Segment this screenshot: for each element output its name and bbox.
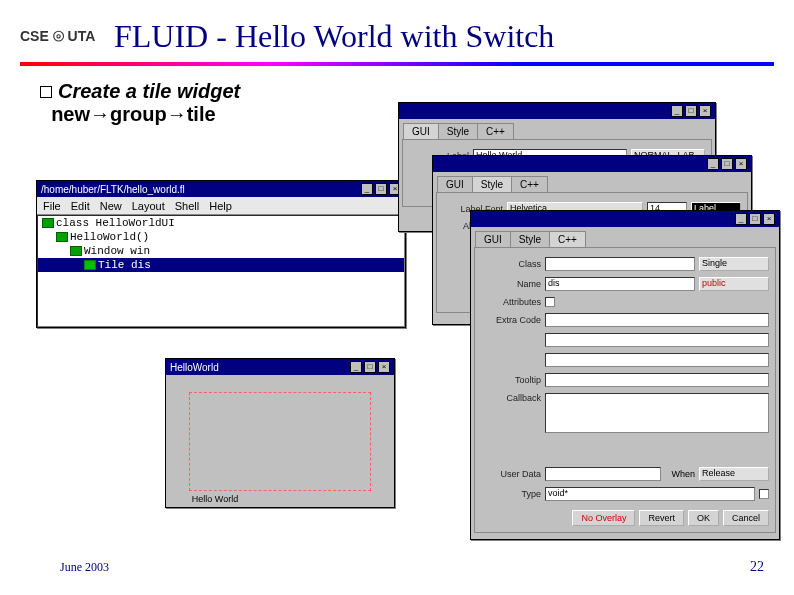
scope-drop[interactable]: public xyxy=(699,277,769,291)
close-button[interactable]: × xyxy=(378,361,390,373)
when-drop[interactable]: Release xyxy=(699,467,769,481)
revert-button[interactable]: Revert xyxy=(639,510,684,526)
preview-titlebar[interactable]: HelloWorld _ □ × xyxy=(166,359,394,375)
footer-date: June 2003 xyxy=(60,560,109,575)
tab-gui[interactable]: GUI xyxy=(437,176,473,192)
tree-row[interactable]: class HelloWorldUI xyxy=(38,216,404,230)
slide-title: FLUID - Hello World with Switch xyxy=(114,18,554,55)
extra-input-3[interactable] xyxy=(545,353,769,367)
minimize-button[interactable]: _ xyxy=(361,183,373,195)
tree-row[interactable]: Window win xyxy=(38,244,404,258)
tree-row[interactable]: HelloWorld() xyxy=(38,230,404,244)
extra-input-2[interactable] xyxy=(545,333,769,347)
tab-style[interactable]: Style xyxy=(472,176,512,192)
close-button[interactable]: × xyxy=(699,105,711,117)
tree-titlebar[interactable]: /home/huber/FLTK/hello_world.fl _ □ × xyxy=(37,181,405,197)
attr-checkbox[interactable] xyxy=(545,297,555,307)
logo: CSE ⦾ UTA xyxy=(20,28,95,45)
tabs: GUI Style C++ xyxy=(433,172,751,192)
tree-menubar[interactable]: File Edit New Layout Shell Help xyxy=(37,197,405,215)
cancel-button[interactable]: Cancel xyxy=(723,510,769,526)
minimize-button[interactable]: _ xyxy=(735,213,747,225)
prop-titlebar[interactable]: _□× xyxy=(433,156,751,172)
minimize-button[interactable]: _ xyxy=(671,105,683,117)
prop-titlebar[interactable]: _□× xyxy=(471,211,779,227)
name-input[interactable]: dis xyxy=(545,277,695,291)
divider xyxy=(20,62,774,66)
maximize-button[interactable]: □ xyxy=(375,183,387,195)
class-input[interactable] xyxy=(545,257,695,271)
tooltip-label: Tooltip xyxy=(481,375,541,385)
class-label: Class xyxy=(481,259,541,269)
tooltip-input[interactable] xyxy=(545,373,769,387)
maximize-button[interactable]: □ xyxy=(749,213,761,225)
menu-help[interactable]: Help xyxy=(209,200,232,212)
folder-icon xyxy=(42,218,54,228)
preview-body: Hello World xyxy=(166,375,394,507)
maximize-button[interactable]: □ xyxy=(721,158,733,170)
close-button[interactable]: × xyxy=(735,158,747,170)
preview-tile[interactable]: Hello World xyxy=(189,392,371,491)
tab-gui[interactable]: GUI xyxy=(475,231,511,247)
extra-input-1[interactable] xyxy=(545,313,769,327)
preview-label: Hello World xyxy=(192,494,238,504)
tabs: GUI Style C++ xyxy=(399,119,715,139)
when-label: When xyxy=(665,469,695,479)
preview-title: HelloWorld xyxy=(170,362,219,373)
preview-window[interactable]: HelloWorld _ □ × Hello World xyxy=(165,358,395,508)
property-window-cpp[interactable]: _□× GUI Style C++ ClassSingle Namedispub… xyxy=(470,210,780,540)
folder-icon xyxy=(70,246,82,256)
type-input[interactable]: void* xyxy=(545,487,755,501)
menu-edit[interactable]: Edit xyxy=(71,200,90,212)
userdata-input[interactable] xyxy=(545,467,661,481)
minimize-button[interactable]: _ xyxy=(707,158,719,170)
maximize-button[interactable]: □ xyxy=(685,105,697,117)
folder-icon xyxy=(56,232,68,242)
tab-cpp[interactable]: C++ xyxy=(549,231,586,247)
file-icon xyxy=(84,260,96,270)
callback-label: Callback xyxy=(481,393,541,403)
name-label: Name xyxy=(481,279,541,289)
userdata-label: User Data xyxy=(481,469,541,479)
extra-label: Extra Code xyxy=(481,315,541,325)
fluid-tree-window[interactable]: /home/huber/FLTK/hello_world.fl _ □ × Fi… xyxy=(36,180,406,328)
bullet: Create a tile widget new→group→tile xyxy=(40,80,240,126)
footer-page: 22 xyxy=(750,559,764,575)
type-label: Type xyxy=(481,489,541,499)
tab-cpp[interactable]: C++ xyxy=(477,123,514,139)
bullet-box-icon xyxy=(40,86,52,98)
panel: ClassSingle Namedispublic Attributes Ext… xyxy=(474,247,776,533)
menu-shell[interactable]: Shell xyxy=(175,200,199,212)
maximize-button[interactable]: □ xyxy=(364,361,376,373)
tab-style[interactable]: Style xyxy=(510,231,550,247)
prop-titlebar[interactable]: _□× xyxy=(399,103,715,119)
minimize-button[interactable]: _ xyxy=(350,361,362,373)
menu-layout[interactable]: Layout xyxy=(132,200,165,212)
ok-button[interactable]: OK xyxy=(688,510,719,526)
tree-title: /home/huber/FLTK/hello_world.fl xyxy=(41,184,185,195)
tab-style[interactable]: Style xyxy=(438,123,478,139)
tree-row-selected[interactable]: Tile dis xyxy=(38,258,404,272)
attr-label: Attributes xyxy=(481,297,541,307)
menu-file[interactable]: File xyxy=(43,200,61,212)
tabs: GUI Style C++ xyxy=(471,227,779,247)
close-button[interactable]: × xyxy=(763,213,775,225)
tree-body[interactable]: class HelloWorldUI HelloWorld() Window w… xyxy=(37,215,405,327)
tab-cpp[interactable]: C++ xyxy=(511,176,548,192)
class-scope-drop[interactable]: Single xyxy=(699,257,769,271)
no-overlay-button[interactable]: No Overlay xyxy=(572,510,635,526)
menu-new[interactable]: New xyxy=(100,200,122,212)
type-checkbox[interactable] xyxy=(759,489,769,499)
tab-gui[interactable]: GUI xyxy=(403,123,439,139)
callback-input[interactable] xyxy=(545,393,769,433)
